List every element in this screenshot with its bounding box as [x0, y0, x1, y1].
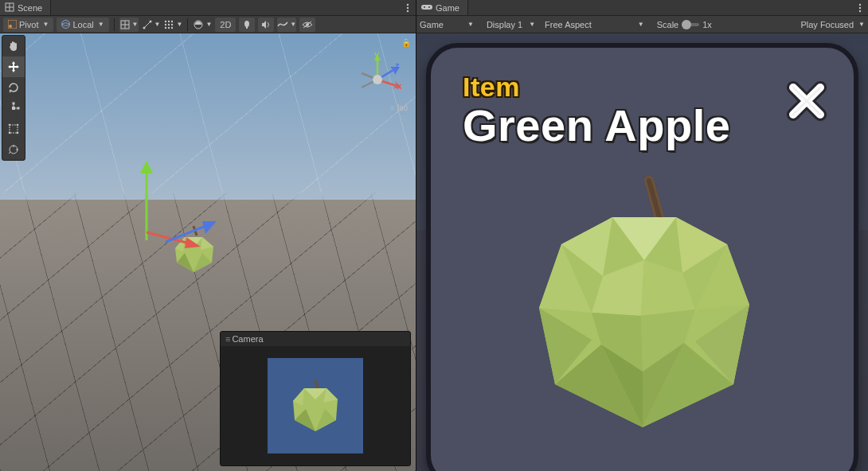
- close-button[interactable]: [784, 78, 830, 124]
- axis-y-label: y: [374, 49, 379, 59]
- svg-point-78: [859, 10, 861, 11]
- item-card-label: Item: [463, 72, 822, 103]
- chevron-down-icon: ▼: [176, 21, 182, 28]
- svg-marker-61: [140, 161, 153, 173]
- svg-point-5: [407, 10, 409, 11]
- scene-viewport[interactable]: 🔒 y x z ≡ Iso: [0, 33, 416, 471]
- scale-tool[interactable]: [2, 98, 25, 119]
- scene-panel: Scene Pivot ▼ Local ▼ ▼ ▼ ▼: [0, 0, 416, 471]
- camera-preview[interactable]: ≡ Camera: [220, 331, 411, 466]
- chevron-down-icon: ▼: [205, 21, 212, 28]
- svg-point-35: [9, 132, 11, 134]
- axis-x-label: x: [397, 81, 401, 91]
- svg-point-20: [171, 23, 173, 25]
- orientation-gizmo[interactable]: y x z: [354, 56, 401, 103]
- chevron-down-icon: ▼: [154, 21, 161, 28]
- svg-point-36: [17, 132, 19, 134]
- scene-toolbar: Pivot ▼ Local ▼ ▼ ▼ ▼ ▼ 2D: [0, 16, 416, 33]
- transform-tool[interactable]: [2, 139, 25, 160]
- svg-point-17: [171, 20, 173, 21]
- local-dropdown[interactable]: Local ▼: [57, 18, 108, 32]
- scene-tab-label: Scene: [18, 3, 42, 13]
- game-tab-label: Game: [436, 3, 459, 13]
- scale-value: 1x: [702, 20, 712, 29]
- svg-point-74: [424, 6, 425, 8]
- game-tab[interactable]: Game: [416, 0, 468, 15]
- scene-tab-menu[interactable]: [400, 0, 416, 15]
- svg-point-49: [373, 75, 382, 84]
- svg-rect-29: [13, 103, 15, 105]
- fx-toggle-icon[interactable]: ▼: [277, 18, 296, 32]
- chevron-down-icon: ▼: [290, 21, 296, 28]
- svg-point-21: [165, 26, 166, 28]
- chevron-down-icon: ▼: [132, 21, 139, 28]
- rotate-tool[interactable]: [2, 77, 25, 98]
- svg-point-23: [171, 26, 173, 28]
- hand-tool[interactable]: [2, 36, 25, 56]
- svg-point-16: [168, 20, 170, 21]
- scene-tab[interactable]: Scene: [0, 0, 51, 15]
- svg-point-76: [859, 3, 861, 5]
- svg-rect-73: [421, 5, 432, 10]
- local-label: Local: [72, 20, 93, 29]
- grid-icon: [5, 2, 14, 14]
- game-tab-bar: Game: [416, 0, 868, 16]
- camera-preview-title: Camera: [232, 334, 263, 344]
- svg-point-15: [165, 20, 166, 21]
- chevron-down-icon: ▼: [98, 21, 104, 28]
- scale-label: Scale: [657, 20, 679, 29]
- scale-slider[interactable]: [682, 23, 699, 26]
- svg-point-13: [143, 26, 145, 29]
- svg-point-77: [859, 6, 861, 8]
- scene-tab-bar: Scene: [0, 0, 416, 16]
- lock-icon[interactable]: 🔒: [401, 38, 411, 47]
- draw-mode-icon[interactable]: ▼: [193, 18, 212, 32]
- svg-rect-31: [18, 107, 20, 110]
- projection-label[interactable]: ≡ Iso: [390, 103, 408, 112]
- lighting-toggle-icon[interactable]: [239, 18, 255, 32]
- svg-line-40: [9, 152, 10, 154]
- item-card-name: Green Apple: [463, 99, 822, 151]
- snap-toggle-icon[interactable]: ▼: [142, 18, 161, 32]
- 2d-toggle[interactable]: 2D: [215, 18, 236, 32]
- display-dropdown[interactable]: Display 1▼: [487, 20, 535, 29]
- aspect-dropdown[interactable]: Free Aspect▼: [545, 20, 644, 29]
- svg-point-33: [9, 124, 11, 127]
- svg-rect-32: [10, 125, 18, 133]
- game-tab-menu[interactable]: [852, 0, 868, 15]
- svg-rect-27: [12, 107, 15, 110]
- svg-point-22: [168, 26, 170, 28]
- svg-point-8: [62, 21, 70, 29]
- game-view[interactable]: Item Green Apple: [416, 33, 868, 471]
- svg-line-64: [166, 226, 205, 242]
- grid-toggle-icon[interactable]: ▼: [119, 18, 139, 32]
- svg-marker-65: [202, 221, 217, 234]
- svg-point-34: [17, 124, 19, 127]
- play-mode-dropdown[interactable]: Play Focused▼: [800, 20, 865, 29]
- scene-tool-column: [2, 35, 25, 161]
- visibility-icon[interactable]: [299, 18, 315, 32]
- item-card: Item Green Apple: [426, 43, 858, 471]
- move-tool[interactable]: [2, 56, 25, 77]
- increment-snap-icon[interactable]: ▼: [163, 18, 182, 32]
- game-toolbar: Game▼ Display 1▼ Free Aspect▼ Scale 1x P…: [416, 16, 868, 33]
- svg-point-75: [428, 6, 430, 8]
- scene-object-apple[interactable]: [166, 226, 221, 274]
- axis-z-label: z: [395, 60, 400, 70]
- svg-point-19: [168, 23, 170, 25]
- game-view-dropdown[interactable]: Game▼: [420, 20, 474, 29]
- svg-point-18: [165, 23, 166, 25]
- svg-point-3: [407, 3, 409, 5]
- gamepad-icon: [421, 3, 432, 13]
- item-card-apple: [507, 165, 778, 435]
- game-panel: Game Game▼ Display 1▼ Free Aspect▼ Scale…: [416, 0, 868, 471]
- pivot-label: Pivot: [19, 20, 38, 29]
- chevron-down-icon: ▼: [42, 21, 49, 28]
- audio-toggle-icon[interactable]: [258, 18, 274, 32]
- svg-point-14: [149, 20, 151, 22]
- pivot-dropdown[interactable]: Pivot ▼: [3, 18, 53, 32]
- rect-tool[interactable]: [2, 119, 25, 139]
- svg-point-7: [9, 25, 12, 28]
- svg-point-4: [407, 6, 409, 8]
